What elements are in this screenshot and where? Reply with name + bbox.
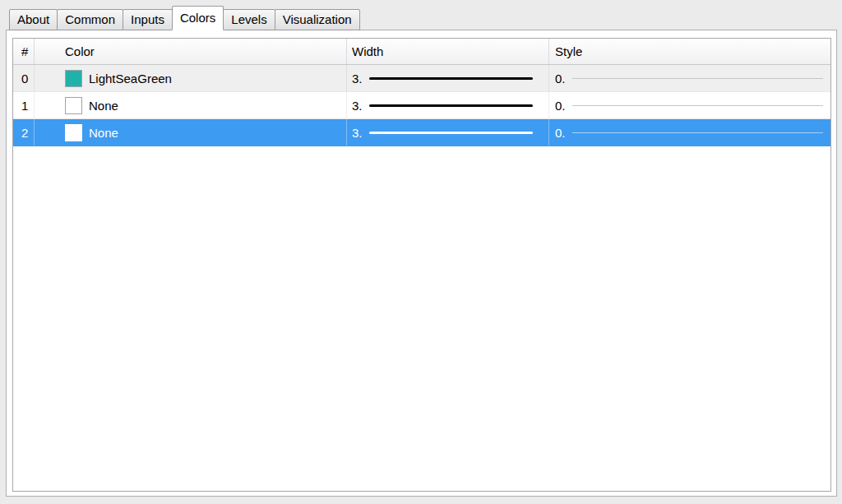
width-line [369, 104, 533, 107]
tab-levels[interactable]: Levels [223, 9, 275, 30]
style-value: 0. [555, 99, 566, 113]
width-line [369, 77, 533, 80]
width-value: 3. [352, 72, 363, 86]
style-line [572, 105, 823, 106]
tab-visualization[interactable]: Visualization [275, 9, 360, 30]
table-row[interactable]: 1 None 3. 0. [13, 92, 830, 119]
table-row[interactable]: 0 LightSeaGreen 3. 0. [13, 65, 830, 92]
tab-common[interactable]: Common [57, 9, 123, 30]
colors-table: # Color Width Style 0 LightSeaGreen 3. 0… [12, 38, 831, 492]
tab-inputs[interactable]: Inputs [123, 9, 173, 30]
style-value: 0. [555, 126, 566, 140]
column-header-color[interactable]: Color [34, 39, 346, 64]
width-value: 3. [352, 99, 363, 113]
color-swatch[interactable] [65, 70, 82, 87]
color-name: None [89, 126, 118, 140]
tab-colors[interactable]: Colors [172, 6, 224, 30]
column-header-width[interactable]: Width [346, 39, 548, 64]
color-swatch[interactable] [65, 97, 82, 114]
tab-bar: About Common Inputs Colors Levels Visual… [0, 0, 842, 30]
tab-about[interactable]: About [9, 9, 58, 30]
width-value: 3. [352, 126, 363, 140]
width-line [369, 132, 533, 134]
color-name: LightSeaGreen [89, 72, 172, 86]
table-row[interactable]: 2 None 3. 0. [13, 119, 830, 146]
style-value: 0. [555, 72, 566, 86]
row-index: 0 [13, 65, 34, 91]
tab-content-pane: # Color Width Style 0 LightSeaGreen 3. 0… [6, 30, 837, 497]
color-swatch[interactable] [65, 124, 82, 141]
row-index: 2 [13, 119, 34, 146]
column-header-index[interactable]: # [13, 39, 34, 64]
style-line [572, 78, 823, 79]
color-name: None [89, 99, 118, 113]
table-header: # Color Width Style [13, 39, 830, 65]
style-line [572, 132, 823, 133]
column-header-style[interactable]: Style [548, 39, 830, 64]
row-index: 1 [13, 92, 34, 118]
